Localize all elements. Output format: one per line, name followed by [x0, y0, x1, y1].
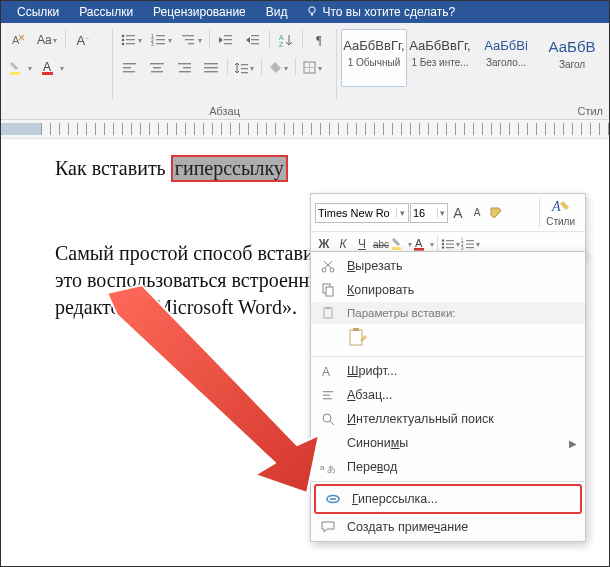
svg-rect-70: [353, 328, 359, 331]
svg-rect-72: [323, 391, 333, 392]
menu-label: Создать примечание: [347, 520, 468, 534]
svg-text:A: A: [279, 34, 284, 41]
svg-rect-42: [241, 68, 248, 69]
style-heading2[interactable]: АаБбВ Загол: [539, 29, 605, 87]
ribbon-group-styles: АаБбВвГг, 1 Обычный АаБбВвГг, 1 Без инте…: [337, 23, 609, 119]
menu-paragraph[interactable]: Абзац...: [311, 383, 585, 407]
menu-smart-lookup[interactable]: Интеллектуальный поиск: [311, 407, 585, 431]
menu-translate[interactable]: aあ Перевод: [311, 455, 585, 479]
font-size-input[interactable]: [411, 205, 437, 221]
style-no-spacing[interactable]: АаБбВвГг, 1 Без инте...: [407, 29, 473, 87]
styles-group-label: Стил: [337, 105, 609, 117]
menu-label: Перевод: [347, 460, 397, 474]
style-normal[interactable]: АаБбВвГг, 1 Обычный: [341, 29, 407, 87]
styles-pane-button[interactable]: A Стили: [539, 197, 581, 228]
svg-rect-41: [241, 64, 248, 65]
copy-icon: [317, 283, 339, 297]
borders-button[interactable]: ▾: [299, 57, 326, 79]
menu-copy[interactable]: Копировать: [311, 278, 585, 302]
style-name: Заголо...: [474, 57, 538, 68]
style-heading1[interactable]: АаБбВі Заголо...: [473, 29, 539, 87]
svg-rect-29: [123, 63, 136, 64]
align-center-button[interactable]: [144, 57, 170, 79]
numbering-button[interactable]: 123▾: [147, 29, 176, 51]
link-icon: [322, 492, 344, 506]
chevron-down-icon[interactable]: ▾: [437, 208, 447, 218]
justify-button[interactable]: [198, 57, 224, 79]
font-name-combo[interactable]: ▾: [315, 203, 409, 223]
svg-rect-68: [326, 307, 330, 309]
selected-text[interactable]: гиперссылку: [171, 155, 288, 182]
svg-rect-74: [323, 398, 332, 399]
grow-font-button[interactable]: Aˆ: [70, 29, 96, 51]
paragraph-icon: [317, 388, 339, 402]
menu-synonyms[interactable]: Синонимы ▶: [311, 431, 585, 455]
svg-rect-13: [156, 35, 165, 36]
shrink-font-button[interactable]: A: [468, 204, 486, 222]
svg-point-8: [122, 39, 125, 42]
increase-indent-button[interactable]: [240, 29, 266, 51]
show-marks-button[interactable]: ¶: [306, 29, 332, 51]
context-menu: Вырезать Копировать Параметры вставки: A…: [310, 251, 586, 542]
svg-rect-67: [324, 308, 332, 318]
menu-label: Абзац...: [347, 388, 393, 402]
svg-rect-22: [224, 39, 232, 40]
paragraph-group-label: Абзац: [113, 105, 336, 117]
style-name: 1 Обычный: [342, 57, 406, 68]
menu-label: Синонимы: [347, 436, 408, 450]
chevron-down-icon[interactable]: ▾: [396, 208, 408, 218]
svg-rect-9: [126, 39, 135, 40]
style-preview: АаБбВвГг,: [342, 34, 406, 57]
font-size-combo[interactable]: ▾: [410, 203, 448, 223]
svg-rect-31: [123, 71, 135, 72]
clipboard-icon: [317, 306, 339, 320]
style-preview: АаБбВі: [474, 34, 538, 57]
text-highlight-button[interactable]: ▾: [5, 57, 36, 79]
change-case-label: Aa: [37, 33, 52, 47]
svg-point-51: [442, 239, 444, 241]
style-preview: АаБбВ: [540, 34, 604, 59]
paste-keep-source-button[interactable]: [347, 327, 369, 352]
svg-rect-17: [156, 43, 165, 44]
svg-point-6: [122, 35, 125, 38]
tell-me[interactable]: Что вы хотите сделать?: [298, 5, 464, 20]
tab-view[interactable]: Вид: [256, 1, 298, 23]
svg-point-75: [323, 414, 331, 422]
sort-button[interactable]: AZ: [273, 29, 299, 51]
horizontal-ruler[interactable]: [1, 120, 609, 139]
svg-rect-52: [446, 240, 454, 241]
menu-font[interactable]: A Шрифт...: [311, 359, 585, 383]
grow-font-button[interactable]: A: [449, 204, 467, 222]
shading-button[interactable]: ▾: [265, 57, 292, 79]
svg-rect-11: [126, 43, 135, 44]
ribbon: A Aa▾ Aˆ ▾ A▾ ▾ 123▾: [1, 23, 609, 120]
svg-rect-43: [241, 72, 248, 73]
format-painter-button[interactable]: [487, 204, 505, 222]
decrease-indent-button[interactable]: [213, 29, 239, 51]
translate-icon: aあ: [317, 460, 339, 474]
clear-formatting-button[interactable]: A: [5, 29, 31, 51]
bullets-button[interactable]: ▾: [117, 29, 146, 51]
tab-mailings[interactable]: Рассылки: [69, 1, 143, 23]
menu-new-comment[interactable]: Создать примечание: [311, 515, 585, 539]
svg-rect-39: [204, 67, 218, 68]
mini-toolbar: ▾ ▾ A A A Стили Ж К Ч abc ▾ A▾: [310, 193, 586, 257]
change-case-button[interactable]: Aa▾: [33, 29, 61, 51]
align-left-button[interactable]: [117, 57, 143, 79]
comment-icon: [317, 520, 339, 534]
align-right-button[interactable]: [171, 57, 197, 79]
svg-rect-35: [178, 63, 191, 64]
menu-paste-options: [311, 324, 585, 354]
font-name-input[interactable]: [316, 205, 396, 221]
svg-rect-23: [224, 43, 232, 44]
menu-hyperlink[interactable]: Гиперссылка...: [314, 484, 582, 514]
tab-review[interactable]: Рецензирование: [143, 1, 256, 23]
tab-references[interactable]: Ссылки: [7, 1, 69, 23]
svg-rect-26: [251, 43, 259, 44]
style-name: 1 Без инте...: [408, 57, 472, 68]
line-spacing-button[interactable]: ▾: [231, 57, 258, 79]
styles-label: Стили: [546, 216, 575, 227]
multilevel-list-button[interactable]: ▾: [177, 29, 206, 51]
font-color-button[interactable]: A▾: [37, 57, 68, 79]
menu-cut[interactable]: Вырезать: [311, 254, 585, 278]
